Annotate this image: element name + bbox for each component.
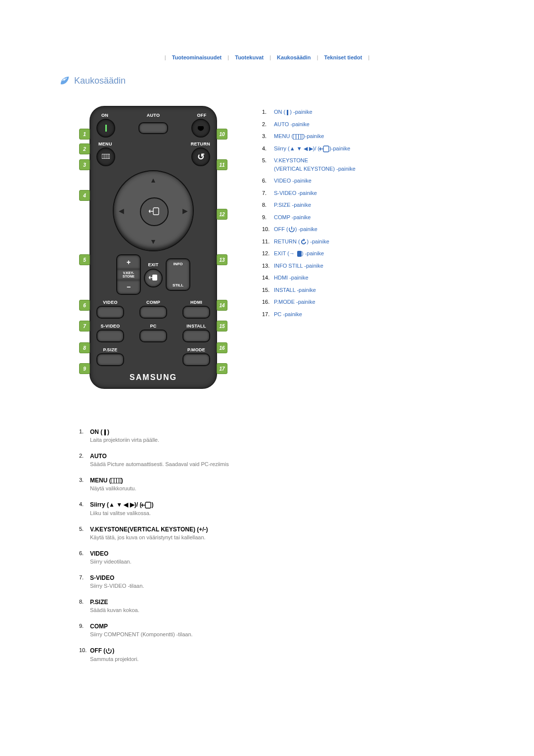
description-text: Siirry S-VIDEO -tilaan. <box>90 583 436 589</box>
vkeystone-rocker[interactable]: + V.KEY-STONE − <box>116 254 141 295</box>
callout-number: 16. <box>262 298 274 306</box>
callout-item: 15.INSTALL -painike <box>262 286 356 294</box>
callout-number: 14. <box>262 274 274 282</box>
callout-badge-15: 15 <box>217 321 227 331</box>
description-text: Näytä valikkoruutu. <box>90 485 436 491</box>
callout-badge-16: 16 <box>217 342 227 353</box>
callout-link[interactable]: ON ( ) -painike <box>274 108 312 116</box>
callout-item: 7.S-VIDEO -painike <box>262 189 356 197</box>
nav-right-icon: ▶ <box>182 207 188 215</box>
descriptions-list: 1.ON ( )Laita projektoriin virta päälle.… <box>79 428 475 662</box>
nav-link-images[interactable]: Tuotekuvat <box>235 54 264 60</box>
nav-sep: | <box>227 54 229 60</box>
nav-pad[interactable]: ▲ ▼ ◀ ▶ <box>113 170 194 251</box>
svg-rect-7 <box>296 134 296 140</box>
callout-link[interactable]: INSTALL -painike <box>274 286 316 294</box>
enter-button[interactable] <box>140 197 169 226</box>
label-on: ON <box>96 113 113 118</box>
callout-item: 13.INFO STILL -painike <box>262 262 356 270</box>
callout-link[interactable]: P.MODE -painike <box>274 298 315 306</box>
callout-number: 13. <box>262 262 274 270</box>
callout-link[interactable]: V.KEYSTONE(VERTICAL KEYSTONE) -painike <box>274 156 356 173</box>
section-title-text: Kaukosäädin <box>74 76 126 86</box>
pc-button[interactable] <box>139 330 167 342</box>
nav-link-features[interactable]: Tuoteominaisuudet <box>172 54 222 60</box>
callout-link[interactable]: EXIT (→) -painike <box>274 249 324 258</box>
label-off: OFF <box>193 113 210 118</box>
callout-item: 6.VIDEO -painike <box>262 177 356 185</box>
callout-number: 5. <box>262 156 274 173</box>
exit-icon <box>149 274 158 282</box>
callout-link[interactable]: COMP -painike <box>274 213 311 222</box>
comp-button[interactable] <box>139 306 167 319</box>
label-auto: AUTO <box>142 113 165 118</box>
label-comp: COMP <box>146 300 160 305</box>
menu-button[interactable] <box>96 147 115 166</box>
callout-badge-12: 12 <box>217 209 227 220</box>
description-item: 8.P.SIZESäädä kuvan kokoa. <box>79 599 475 613</box>
svg-rect-13 <box>114 478 114 483</box>
callout-link[interactable]: VIDEO -painike <box>274 177 312 185</box>
callout-item: 2.AUTO -painike <box>262 120 356 129</box>
description-title: V.KEYSTONE(VERTICAL KEYSTONE) (+/-) <box>90 526 436 533</box>
label-hdmi: HDMI <box>190 300 202 305</box>
label-install: INSTALL <box>186 324 206 329</box>
install-button[interactable] <box>182 330 210 342</box>
off-button[interactable] <box>191 119 210 138</box>
callout-number: 17. <box>262 310 274 319</box>
callout-link[interactable]: AUTO -painike <box>274 120 310 129</box>
callout-badge-4: 4 <box>79 190 90 201</box>
callout-badge-11: 11 <box>217 159 227 170</box>
callout-badge-10: 10 <box>217 129 227 140</box>
return-button[interactable]: ↺ <box>191 147 210 166</box>
psize-button[interactable] <box>96 353 124 366</box>
description-item: 5.V.KEYSTONE(VERTICAL KEYSTONE) (+/-)Käy… <box>79 526 475 540</box>
svideo-button[interactable] <box>96 330 124 342</box>
callout-link[interactable]: HDMI -painike <box>274 274 309 282</box>
return-icon: ↺ <box>197 151 205 162</box>
plus-icon: + <box>127 258 131 266</box>
callout-number: 7. <box>262 189 274 197</box>
svg-rect-15 <box>119 478 119 483</box>
info-still-rocker[interactable]: INFO STILL <box>166 258 190 291</box>
callout-number: 8. <box>262 201 274 209</box>
callout-item: 8.P.SIZE -painike <box>262 201 356 209</box>
on-button[interactable] <box>96 119 115 138</box>
callout-item: 3.MENU ()-painike <box>262 132 356 141</box>
callout-item: 4.Siirry (▲ ▼ ◀ ▶)/ ()-painike <box>262 144 356 153</box>
label-svideo: S-VIDEO <box>100 324 120 329</box>
callout-link[interactable]: S-VIDEO -painike <box>274 189 317 197</box>
nav-link-specs[interactable]: Tekniset tiedot <box>324 54 362 60</box>
callout-link[interactable]: RETURN () -painike <box>274 237 329 246</box>
hdmi-button[interactable] <box>182 306 210 319</box>
label-still: STILL <box>173 283 183 287</box>
leaf-icon <box>59 75 70 86</box>
callout-link[interactable]: OFF () -painike <box>274 225 317 234</box>
description-number: 4. <box>79 501 90 507</box>
svg-rect-11 <box>297 251 302 257</box>
callout-number: 2. <box>262 120 274 129</box>
callout-badge-2: 2 <box>79 143 90 154</box>
on-icon <box>105 125 107 132</box>
callout-item: 14.HDMI -painike <box>262 274 356 282</box>
description-title: ON ( ) <box>90 428 436 435</box>
description-text: Säädä Picture automaattisesti. Saadaval … <box>90 461 436 467</box>
callout-badge-8: 8 <box>79 342 90 353</box>
nav-link-remote[interactable]: Kaukosäädin <box>277 54 311 60</box>
auto-button[interactable] <box>138 122 168 134</box>
callout-link[interactable]: Siirry (▲ ▼ ◀ ▶)/ ()-painike <box>274 144 350 153</box>
description-title: S-VIDEO <box>90 574 436 581</box>
callout-link[interactable]: INFO STILL -painike <box>274 262 323 270</box>
svg-rect-16 <box>145 502 151 508</box>
callout-link[interactable]: MENU ()-painike <box>274 132 324 141</box>
exit-button[interactable] <box>144 269 163 287</box>
callout-badge-5: 5 <box>79 254 90 265</box>
description-text: Säädä kuvan kokoa. <box>90 607 436 613</box>
video-button[interactable] <box>96 306 124 319</box>
label-psize: P.SIZE <box>103 347 117 352</box>
callout-link[interactable]: PC -painike <box>274 310 302 319</box>
description-title: OFF () <box>90 647 436 655</box>
callout-link[interactable]: P.SIZE -painike <box>274 201 311 209</box>
svg-rect-8 <box>298 134 299 140</box>
pmode-button[interactable] <box>182 353 210 366</box>
